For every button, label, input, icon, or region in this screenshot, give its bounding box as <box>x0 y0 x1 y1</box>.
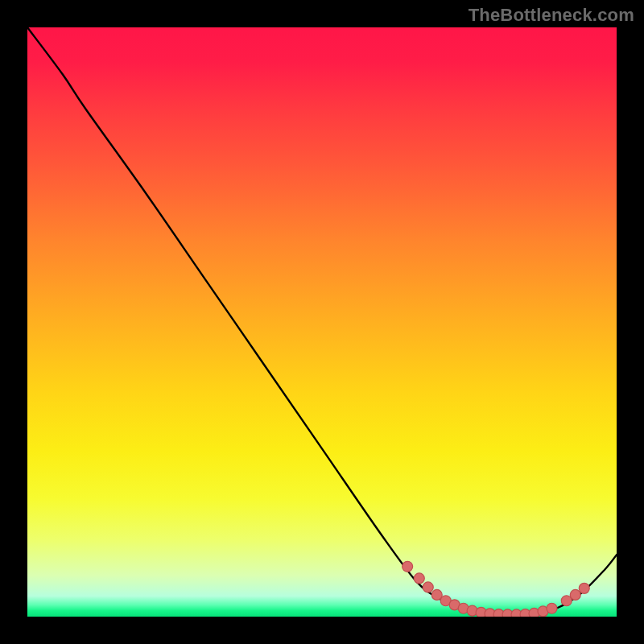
watermark-text: TheBottleneck.com <box>469 5 634 26</box>
bottleneck-curve <box>27 27 617 615</box>
curve-marker <box>402 561 413 572</box>
plot-area <box>27 27 617 617</box>
curve-marker <box>414 573 424 584</box>
curve-markers <box>402 561 590 617</box>
curve-marker <box>547 603 557 613</box>
curve-layer <box>27 27 617 617</box>
chart-stage: TheBottleneck.com <box>0 0 644 644</box>
curve-marker <box>579 583 589 593</box>
curve-marker <box>423 582 433 592</box>
curve-marker <box>570 589 580 600</box>
